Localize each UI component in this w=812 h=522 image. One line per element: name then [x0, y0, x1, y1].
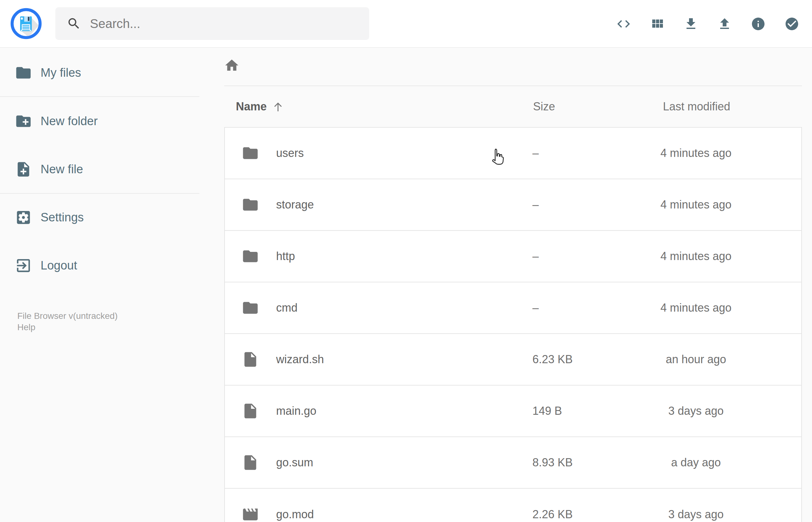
topbar-actions	[616, 0, 799, 48]
search-input[interactable]	[90, 17, 360, 31]
logout-icon	[15, 257, 32, 274]
name-header-label: Name	[236, 100, 267, 113]
sidebar-item-logout[interactable]: Logout	[0, 241, 199, 289]
listing-row[interactable]: http – 4 minutes ago	[225, 231, 801, 282]
name-cell: http	[225, 247, 532, 265]
sidebar-item-my-files[interactable]: My files	[0, 49, 199, 97]
file-name: http	[276, 250, 295, 263]
version-text: File Browser v(untracked)	[17, 310, 118, 322]
file-modified: 4 minutes ago	[608, 146, 784, 160]
sidebar-footer: File Browser v(untracked) Help	[17, 310, 118, 333]
listing-row[interactable]: cmd – 4 minutes ago	[225, 282, 801, 334]
file-name: go.sum	[276, 456, 313, 469]
file-modified: 4 minutes ago	[608, 198, 784, 211]
code-icon	[616, 16, 631, 32]
listing-row[interactable]: go.sum 8.93 KB a day ago	[225, 437, 801, 489]
arrow-up-icon	[272, 100, 284, 113]
sidebar-item-label: New file	[41, 163, 83, 176]
download-button[interactable]	[683, 16, 698, 32]
file-modified: 3 days ago	[608, 404, 784, 418]
sidebar-item-label: My files	[41, 66, 81, 80]
name-cell: go.mod	[225, 506, 532, 522]
folder-icon	[242, 144, 259, 162]
name-cell: wizard.sh	[225, 350, 532, 368]
sidebar: My files New folder New file Settings Lo…	[0, 48, 199, 522]
sidebar-item-settings[interactable]: Settings	[0, 194, 199, 241]
sidebar-item-label: Settings	[41, 211, 84, 224]
listing-row[interactable]: main.go 149 B 3 days ago	[225, 385, 801, 437]
sort-by-modified-header[interactable]: Last modified	[609, 100, 785, 113]
listing-row[interactable]: go.mod 2.26 KB 3 days ago	[225, 489, 801, 522]
check-circle-icon	[784, 16, 799, 32]
new-folder-icon	[15, 113, 32, 130]
folder-icon	[242, 299, 259, 317]
file-name: wizard.sh	[276, 353, 324, 366]
name-cell: go.sum	[225, 454, 532, 471]
info-icon	[751, 16, 766, 32]
file-modified: an hour ago	[608, 353, 784, 366]
file-icon	[242, 402, 259, 420]
floppy-disk-icon	[11, 8, 42, 39]
file-size: 6.23 KB	[532, 353, 608, 366]
name-cell: users	[225, 144, 532, 162]
name-cell: cmd	[225, 299, 532, 317]
search-icon	[67, 16, 81, 31]
file-listing: users – 4 minutes ago storage – 4 minute…	[224, 127, 802, 522]
breadcrumb-home-button[interactable]	[224, 56, 243, 75]
sidebar-item-new-file[interactable]: New file	[0, 145, 199, 194]
file-size: –	[532, 250, 608, 263]
settings-icon	[15, 209, 32, 226]
file-name: cmd	[276, 301, 298, 315]
sidebar-item-new-folder[interactable]: New folder	[0, 97, 199, 145]
movie-icon	[242, 506, 259, 522]
upload-button[interactable]	[717, 16, 732, 32]
file-icon	[242, 350, 259, 368]
file-size: –	[532, 198, 608, 211]
folder-icon	[15, 64, 32, 81]
file-modified: 4 minutes ago	[608, 250, 784, 263]
topbar	[0, 0, 812, 48]
file-size: 8.93 KB	[532, 456, 608, 469]
file-name: storage	[276, 198, 314, 211]
file-size: –	[532, 301, 608, 315]
sidebar-item-label: New folder	[41, 115, 98, 128]
sort-by-size-header[interactable]: Size	[533, 100, 609, 113]
listing-row[interactable]: users – 4 minutes ago	[225, 128, 801, 179]
home-icon	[224, 58, 240, 73]
upload-icon	[717, 16, 732, 32]
file-size: 2.26 KB	[532, 508, 608, 521]
file-size: –	[532, 146, 608, 160]
file-name: go.mod	[276, 508, 314, 521]
grid-view-icon	[650, 16, 665, 32]
info-button[interactable]	[751, 16, 766, 32]
select-multiple-button[interactable]	[784, 16, 799, 32]
sidebar-item-label: Logout	[41, 259, 77, 272]
sort-by-name-header[interactable]: Name	[224, 100, 533, 113]
search-bar[interactable]	[55, 7, 369, 40]
sidebar-divider	[0, 96, 199, 97]
folder-icon	[242, 196, 259, 214]
download-icon	[683, 16, 698, 32]
new-file-icon	[15, 161, 32, 178]
file-modified: a day ago	[608, 456, 784, 469]
app-logo-button[interactable]	[11, 8, 42, 39]
view-toggle-button[interactable]	[650, 16, 665, 32]
listing-row[interactable]: wizard.sh 6.23 KB an hour ago	[225, 334, 801, 385]
help-link[interactable]: Help	[17, 322, 36, 333]
file-icon	[242, 454, 259, 471]
file-name: users	[276, 146, 304, 160]
file-modified: 3 days ago	[608, 508, 784, 521]
file-size: 149 B	[532, 404, 608, 418]
listing-header: Name Size Last modified	[224, 86, 802, 127]
name-cell: main.go	[225, 402, 532, 420]
folder-icon	[242, 247, 259, 265]
listing-row[interactable]: storage – 4 minutes ago	[225, 179, 801, 231]
file-name: main.go	[276, 404, 317, 418]
shell-button[interactable]	[616, 16, 631, 32]
name-cell: storage	[225, 196, 532, 214]
file-modified: 4 minutes ago	[608, 301, 784, 315]
